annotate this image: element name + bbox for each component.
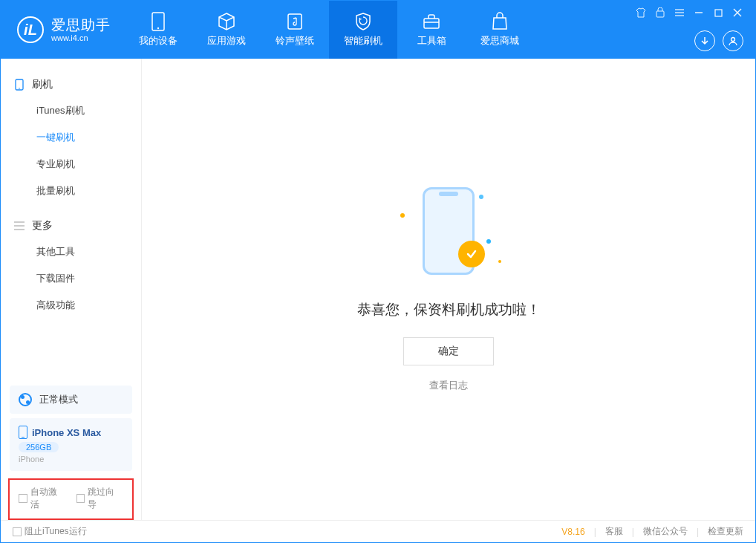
sidebar-item-oneclick[interactable]: 一键刷机 xyxy=(1,124,141,151)
skip-guide-checkbox[interactable]: 跳过向导 xyxy=(76,486,124,511)
music-icon xyxy=(285,12,304,31)
sidebar-item-itunes[interactable]: iTunes刷机 xyxy=(1,97,141,124)
sidebar-item-other[interactable]: 其他工具 xyxy=(1,238,141,265)
svg-rect-2 xyxy=(288,14,302,29)
toolbox-icon xyxy=(422,12,441,31)
footer: 阻止iTunes运行 V8.16 | 客服 | 微信公众号 | 检查更新 xyxy=(1,520,755,542)
storage-badge: 256GB xyxy=(19,442,59,452)
download-button[interactable] xyxy=(694,30,715,51)
auto-activate-checkbox[interactable]: 自动激活 xyxy=(19,486,66,511)
cube-icon xyxy=(217,12,236,31)
list-icon xyxy=(14,221,25,231)
ok-button[interactable]: 确定 xyxy=(403,337,494,365)
bag-icon xyxy=(490,12,509,31)
maximize-button[interactable] xyxy=(712,7,724,19)
success-message: 恭喜您，保资料刷机成功啦！ xyxy=(357,300,541,319)
update-link[interactable]: 检查更新 xyxy=(708,525,743,538)
window-controls xyxy=(635,7,743,19)
device-card[interactable]: iPhone XS Max 256GB iPhone xyxy=(10,418,132,471)
version-label: V8.16 xyxy=(561,527,584,537)
svg-rect-9 xyxy=(715,10,722,16)
tshirt-icon[interactable] xyxy=(635,7,647,19)
mode-icon xyxy=(19,393,32,406)
main-nav: 我的设备 应用游戏 铃声壁纸 智能刷机 工具箱 爱思商城 xyxy=(124,1,534,59)
phone-icon xyxy=(149,12,168,31)
menu-icon[interactable] xyxy=(674,7,685,19)
svg-rect-3 xyxy=(424,19,439,28)
logo-icon: iL xyxy=(17,16,44,43)
device-name: iPhone XS Max xyxy=(32,427,101,438)
sidebar-item-advanced[interactable]: 高级功能 xyxy=(1,292,141,319)
svg-point-12 xyxy=(731,38,735,42)
logo-area: iL 爱思助手 www.i4.cn xyxy=(1,1,124,59)
sidebar: 刷机 iTunes刷机 一键刷机 专业刷机 批量刷机 更多 其他工具 下载固件 … xyxy=(1,59,142,520)
nav-ringtones[interactable]: 铃声壁纸 xyxy=(261,1,329,59)
success-illustration xyxy=(400,187,497,284)
phone-small-icon xyxy=(19,426,27,439)
app-url: www.i4.cn xyxy=(51,33,111,43)
support-link[interactable]: 客服 xyxy=(605,525,623,538)
svg-point-14 xyxy=(19,88,20,89)
app-header: iL 爱思助手 www.i4.cn 我的设备 应用游戏 铃声壁纸 智能刷机 工具… xyxy=(1,1,755,59)
device-icon xyxy=(14,79,25,90)
nav-toolbox[interactable]: 工具箱 xyxy=(397,1,466,59)
nav-device[interactable]: 我的设备 xyxy=(124,1,192,59)
device-type: iPhone xyxy=(19,455,123,464)
sidebar-item-firmware[interactable]: 下载固件 xyxy=(1,265,141,292)
sidebar-group-flash: 刷机 xyxy=(1,72,141,97)
close-button[interactable] xyxy=(731,7,743,19)
lock-icon[interactable] xyxy=(654,7,666,19)
sidebar-group-more: 更多 xyxy=(1,213,141,238)
nav-store[interactable]: 爱思商城 xyxy=(466,1,534,59)
stop-itunes-checkbox[interactable]: 阻止iTunes运行 xyxy=(13,525,87,538)
svg-point-1 xyxy=(157,27,159,29)
minimize-button[interactable] xyxy=(693,7,705,19)
main-content: 恭喜您，保资料刷机成功啦！ 确定 查看日志 xyxy=(142,59,755,520)
app-title: 爱思助手 xyxy=(51,17,111,33)
shield-icon xyxy=(353,12,373,31)
nav-apps[interactable]: 应用游戏 xyxy=(192,1,261,59)
options-highlighted: 自动激活 跳过向导 xyxy=(8,478,134,520)
svg-rect-4 xyxy=(656,11,664,17)
mode-label: 正常模式 xyxy=(39,393,78,406)
nav-flash[interactable]: 智能刷机 xyxy=(329,1,397,59)
view-log-link[interactable]: 查看日志 xyxy=(429,379,468,392)
user-button[interactable] xyxy=(723,30,743,51)
wechat-link[interactable]: 微信公众号 xyxy=(643,525,688,538)
sidebar-item-pro[interactable]: 专业刷机 xyxy=(1,151,141,178)
sidebar-item-batch[interactable]: 批量刷机 xyxy=(1,178,141,204)
check-badge-icon xyxy=(458,241,485,267)
mode-card[interactable]: 正常模式 xyxy=(10,386,132,414)
